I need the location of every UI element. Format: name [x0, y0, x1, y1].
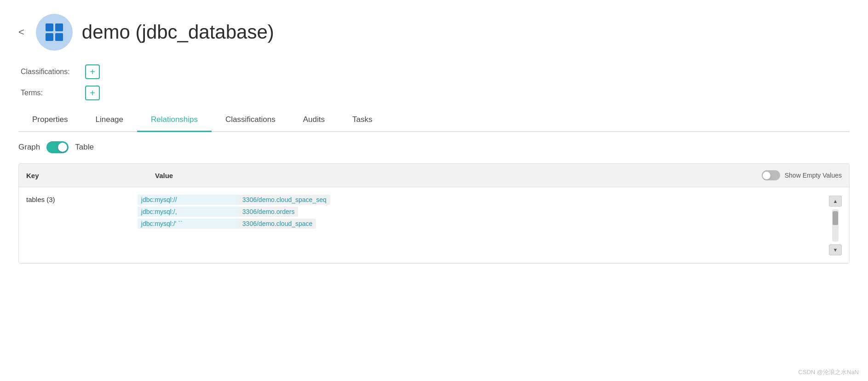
scroll-thumb[interactable]: [833, 211, 838, 225]
value-item-3: jdbc:mysql:/' `` 3306/demo.cloud_space: [138, 219, 824, 229]
value-item-1: jdbc:mysql:// 3306/demo.cloud_space_seq: [138, 195, 824, 205]
database-grid-icon: [44, 22, 65, 43]
terms-row: Terms: +: [21, 86, 850, 100]
add-classification-button[interactable]: +: [85, 64, 100, 79]
tab-lineage[interactable]: Lineage: [81, 110, 137, 132]
row-value: jdbc:mysql:// 3306/demo.cloud_space_seq …: [138, 195, 824, 255]
toggle-knob: [58, 143, 67, 152]
value-column-header: Value: [155, 172, 762, 179]
back-button[interactable]: <: [18, 26, 24, 38]
watermark: CSDN @沦浪之水NaN: [798, 368, 859, 376]
svg-rect-0: [46, 23, 53, 31]
show-empty-knob: [763, 172, 770, 179]
relationships-table: Key Value Show Empty Values tables (3) j…: [18, 163, 850, 264]
page-title: demo (jdbc_database): [82, 21, 274, 43]
value-right-1[interactable]: 3306/demo.cloud_space_seq: [239, 195, 330, 205]
value-left-3[interactable]: jdbc:mysql:/' ``: [138, 219, 239, 229]
value-right-3[interactable]: 3306/demo.cloud_space: [239, 219, 316, 229]
graph-label: Graph: [18, 143, 40, 152]
show-empty-toggle[interactable]: [762, 170, 780, 180]
value-item-2: jdbc:mysql:/, 3306/demo.orders: [138, 207, 824, 217]
classifications-row: Classifications: +: [21, 64, 850, 79]
table-row: tables (3) jdbc:mysql:// 3306/demo.cloud…: [19, 187, 849, 263]
page-container: < demo (jdbc_database) Classifications: …: [0, 0, 868, 277]
tab-audits[interactable]: Audits: [289, 110, 339, 132]
svg-rect-3: [55, 33, 63, 41]
table-label: Table: [75, 143, 94, 152]
scroll-controls: ▲ ▼: [829, 195, 842, 255]
value-right-2[interactable]: 3306/demo.orders: [239, 207, 299, 217]
table-header: Key Value Show Empty Values: [19, 164, 849, 187]
meta-section: Classifications: + Terms: +: [21, 64, 850, 100]
svg-rect-2: [46, 33, 53, 41]
header: < demo (jdbc_database): [18, 14, 850, 51]
show-empty-label: Show Empty Values: [785, 172, 842, 179]
graph-table-toggle[interactable]: [46, 141, 69, 153]
add-term-button[interactable]: +: [85, 86, 100, 100]
scroll-track: [832, 209, 839, 242]
row-key: tables (3): [26, 195, 138, 203]
key-column-header: Key: [26, 172, 155, 179]
scroll-down-button[interactable]: ▼: [829, 244, 842, 255]
value-items: jdbc:mysql:// 3306/demo.cloud_space_seq …: [138, 195, 824, 229]
scroll-up-button[interactable]: ▲: [829, 196, 842, 207]
tab-tasks[interactable]: Tasks: [339, 110, 386, 132]
tab-properties[interactable]: Properties: [18, 110, 81, 132]
tabs-bar: Properties Lineage Relationships Classif…: [18, 110, 850, 132]
row-value-container: jdbc:mysql:// 3306/demo.cloud_space_seq …: [138, 195, 842, 255]
entity-icon: [36, 14, 73, 51]
terms-label: Terms:: [21, 89, 80, 97]
view-toggle-row: Graph Table: [18, 141, 850, 153]
svg-rect-1: [55, 23, 63, 31]
tab-classifications[interactable]: Classifications: [212, 110, 289, 132]
value-left-1[interactable]: jdbc:mysql://: [138, 195, 239, 205]
table-actions: Show Empty Values: [762, 170, 842, 180]
value-left-2[interactable]: jdbc:mysql:/,: [138, 207, 239, 217]
classifications-label: Classifications:: [21, 68, 80, 76]
tab-relationships[interactable]: Relationships: [137, 110, 212, 132]
